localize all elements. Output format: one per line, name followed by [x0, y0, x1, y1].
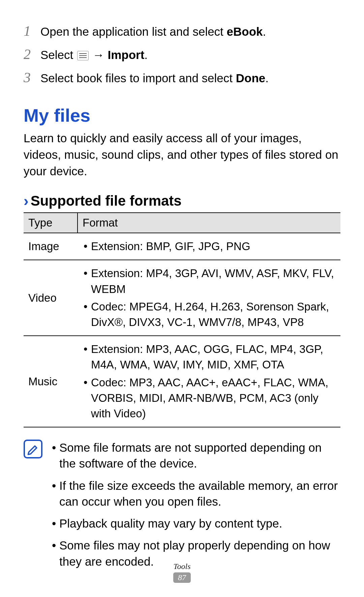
chevron-icon: ›	[24, 193, 29, 208]
format-bullet: Codec: MPEG4, H.264, H.263, Sorenson Spa…	[82, 299, 336, 330]
step-text-suffix: .	[144, 48, 148, 61]
menu-icon	[77, 51, 89, 60]
step-2: 2 Select → Import.	[24, 43, 340, 65]
step-text-bold: eBook	[227, 25, 263, 38]
cell-type: Music	[24, 336, 78, 427]
table-row: VideoExtension: MP4, 3GP, AVI, WMV, ASF,…	[24, 260, 340, 336]
step-text-suffix: .	[263, 25, 266, 38]
note-item: If the file size exceeds the available m…	[51, 478, 340, 510]
step-number: 3	[24, 67, 34, 89]
step-text: Select book files to import and select D…	[40, 69, 269, 87]
note-item: Some file formats are not supported depe…	[51, 440, 340, 472]
pencil-note-icon	[27, 443, 39, 455]
numbered-steps: 1 Open the application list and select e…	[24, 20, 340, 89]
page-footer: Tools 87	[0, 562, 364, 583]
step-number: 1	[24, 20, 34, 42]
table-row: ImageExtension: BMP, GIF, JPG, PNG	[24, 233, 340, 260]
cell-type: Video	[24, 260, 78, 336]
format-bullet: Codec: MP3, AAC, AAC+, eAAC+, FLAC, WMA,…	[82, 375, 336, 422]
step-text-bold: Import	[108, 48, 144, 61]
page-number-badge: 87	[173, 572, 191, 583]
cell-format: Extension: MP3, AAC, OGG, FLAC, MP4, 3GP…	[78, 336, 340, 427]
note-block: Some file formats are not supported depe…	[24, 440, 340, 575]
sub-heading: › Supported file formats	[24, 193, 340, 209]
step-text: Select → Import.	[40, 46, 148, 64]
notes-list: Some file formats are not supported depe…	[51, 440, 340, 575]
format-bullet: Extension: MP3, AAC, OGG, FLAC, MP4, 3GP…	[82, 341, 336, 372]
format-bullet: Extension: BMP, GIF, JPG, PNG	[82, 239, 336, 254]
header-type: Type	[24, 213, 78, 233]
note-icon	[24, 440, 42, 458]
step-text-prefix: Select book files to import and select	[40, 71, 236, 85]
table-header-row: Type Format	[24, 213, 340, 233]
cell-format: Extension: MP4, 3GP, AVI, WMV, ASF, MKV,…	[78, 260, 340, 336]
footer-section-label: Tools	[0, 562, 364, 571]
step-text-suffix: .	[265, 71, 269, 85]
step-text: Open the application list and select eBo…	[40, 23, 266, 41]
note-item: Playback quality may vary by content typ…	[51, 515, 340, 531]
sub-heading-text: Supported file formats	[31, 193, 182, 209]
cell-format: Extension: BMP, GIF, JPG, PNG	[78, 233, 340, 260]
step-1: 1 Open the application list and select e…	[24, 20, 340, 42]
header-format: Format	[78, 213, 340, 233]
step-text-prefix: Open the application list and select	[40, 25, 227, 38]
format-bullet: Extension: MP4, 3GP, AVI, WMV, ASF, MKV,…	[82, 266, 336, 297]
step-number: 2	[24, 43, 34, 65]
step-text-arrow: →	[89, 48, 108, 61]
step-text-prefix: Select	[40, 48, 77, 61]
step-text-bold: Done	[236, 71, 266, 85]
section-heading: My files	[24, 105, 340, 126]
table-row: MusicExtension: MP3, AAC, OGG, FLAC, MP4…	[24, 336, 340, 427]
section-intro: Learn to quickly and easily access all o…	[24, 130, 340, 179]
formats-table: Type Format ImageExtension: BMP, GIF, JP…	[24, 212, 340, 427]
cell-type: Image	[24, 233, 78, 260]
step-3: 3 Select book files to import and select…	[24, 67, 340, 89]
